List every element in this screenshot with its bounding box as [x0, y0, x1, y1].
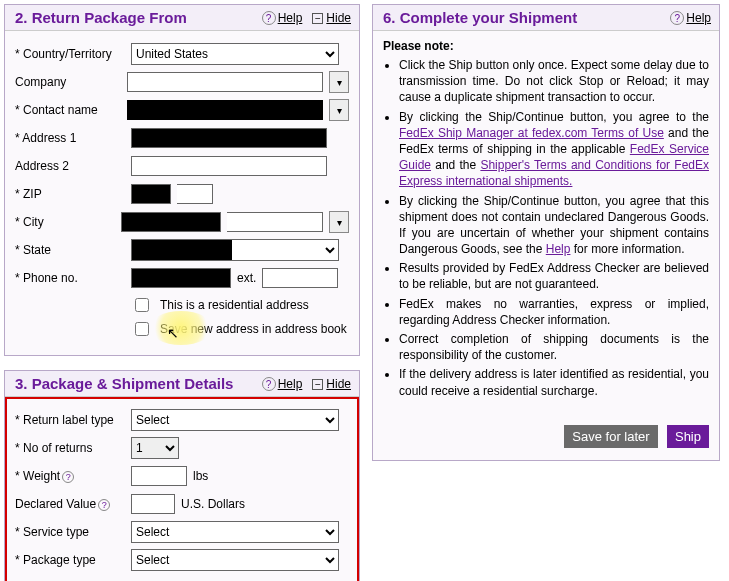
section-return-package-from: 2. Return Package From ?Help −Hide Count… [4, 4, 360, 356]
terms-of-use-link[interactable]: FedEx Ship Manager at fedex.com Terms of… [399, 126, 664, 140]
no-returns-label: No of returns [15, 441, 131, 455]
country-select[interactable]: United States [131, 43, 339, 65]
city-dropdown-button[interactable]: ▾ [329, 211, 349, 233]
save-address-checkbox[interactable] [135, 322, 149, 336]
notes-list: Click the Ship button only once. Expect … [399, 57, 709, 399]
address1-input[interactable] [131, 128, 327, 148]
section6-title: 6. Complete your Shipment [383, 9, 577, 26]
state-label: State [15, 243, 131, 257]
package-type-label: Package type [15, 553, 131, 567]
dangerous-goods-help-link[interactable]: Help [546, 242, 571, 256]
contact-input[interactable] [127, 100, 323, 120]
note-item: By clicking the Ship/Continue button, yo… [399, 193, 709, 258]
note-item: Results provided by FedEx Address Checke… [399, 260, 709, 292]
no-returns-select[interactable]: 1 [131, 437, 179, 459]
company-label: Company [15, 75, 127, 89]
help-link[interactable]: ?Help [262, 377, 303, 391]
company-dropdown-button[interactable]: ▾ [329, 71, 349, 93]
phone-label: Phone no. [15, 271, 131, 285]
residential-label: This is a residential address [160, 298, 309, 312]
please-note-title: Please note: [383, 39, 709, 53]
section2-header: 2. Return Package From ?Help −Hide [5, 5, 359, 31]
address1-label: Address 1 [15, 131, 131, 145]
note-item: Correct completion of shipping documents… [399, 331, 709, 363]
service-type-label: Service type [15, 525, 131, 539]
company-input[interactable] [127, 72, 323, 92]
help-link[interactable]: ?Help [670, 11, 711, 25]
note-item: If the delivery address is later identif… [399, 366, 709, 398]
declared-label: Declared Value? [15, 497, 131, 511]
section6-header: 6. Complete your Shipment ?Help [373, 5, 719, 31]
save-for-later-button[interactable]: Save for later [564, 425, 657, 448]
return-label-type-label: Return label type [15, 413, 131, 427]
state-select[interactable] [131, 239, 339, 261]
contact-label: Contact name [15, 103, 127, 117]
zip-label: ZIP [15, 187, 131, 201]
zip-input[interactable] [131, 184, 171, 204]
help-icon: ? [262, 377, 276, 391]
note-item: Click the Ship button only once. Expect … [399, 57, 709, 106]
help-link[interactable]: ?Help [262, 11, 303, 25]
city-label: City [15, 215, 121, 229]
hide-link[interactable]: −Hide [312, 377, 351, 391]
help-icon: ? [670, 11, 684, 25]
residential-checkbox[interactable] [135, 298, 149, 312]
weight-unit: lbs [193, 469, 208, 483]
city-input[interactable] [121, 212, 221, 232]
declared-input[interactable] [131, 494, 175, 514]
ext-label: ext. [237, 271, 256, 285]
collapse-icon: − [312, 379, 323, 390]
note-item: By clicking the Ship/Continue button, yo… [399, 109, 709, 190]
section-package-shipment-details: 3. Package & Shipment Details ?Help −Hid… [4, 370, 360, 581]
return-label-type-select[interactable]: Select [131, 409, 339, 431]
help-icon: ? [262, 11, 276, 25]
address2-label: Address 2 [15, 159, 131, 173]
address2-input[interactable] [131, 156, 327, 176]
collapse-icon: − [312, 13, 323, 24]
ext-input[interactable] [262, 268, 338, 288]
section3-header: 3. Package & Shipment Details ?Help −Hid… [5, 371, 359, 397]
section2-title: 2. Return Package From [15, 9, 187, 26]
help-icon[interactable]: ? [62, 471, 74, 483]
service-type-select[interactable]: Select [131, 521, 339, 543]
contact-dropdown-button[interactable]: ▾ [329, 99, 349, 121]
weight-label: Weight? [15, 469, 131, 483]
declared-unit: U.S. Dollars [181, 497, 245, 511]
package-type-select[interactable]: Select [131, 549, 339, 571]
section-complete-shipment: 6. Complete your Shipment ?Help Please n… [372, 4, 720, 461]
ship-button[interactable]: Ship [667, 425, 709, 448]
phone-input[interactable] [131, 268, 231, 288]
save-address-label: Save new address in address book [160, 322, 347, 336]
section3-title: 3. Package & Shipment Details [15, 375, 233, 392]
hide-link[interactable]: −Hide [312, 11, 351, 25]
weight-input[interactable] [131, 466, 187, 486]
note-item: FedEx makes no warranties, express or im… [399, 296, 709, 328]
help-icon[interactable]: ? [98, 499, 110, 511]
country-label: Country/Territory [15, 47, 131, 61]
